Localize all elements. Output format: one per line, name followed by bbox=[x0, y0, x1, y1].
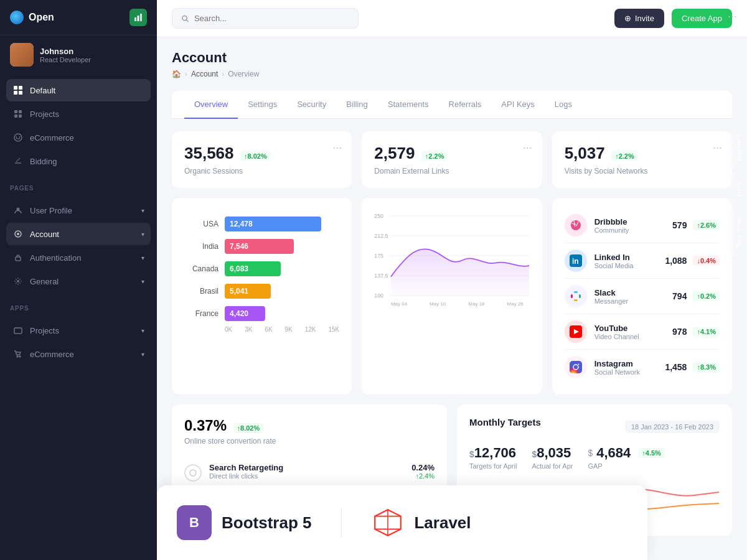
svg-rect-37 bbox=[574, 299, 578, 301]
svg-text:212.5: 212.5 bbox=[375, 233, 388, 239]
svg-point-14 bbox=[17, 356, 18, 357]
svg-rect-0 bbox=[134, 17, 136, 21]
bar-chart: USA 12,478 India 7,546 Canada bbox=[184, 217, 339, 321]
linkedin-icon: in bbox=[565, 250, 587, 272]
svg-text:100: 100 bbox=[375, 292, 384, 299]
svg-text:May 18: May 18 bbox=[469, 301, 486, 307]
svg-rect-5 bbox=[14, 114, 17, 118]
nav-item-default[interactable]: Default bbox=[6, 79, 151, 101]
stat-more-social[interactable]: ··· bbox=[713, 141, 722, 154]
tab-overview[interactable]: Overview bbox=[184, 91, 238, 119]
sidebar-item-projects-app[interactable]: Projects ▾ bbox=[6, 319, 151, 342]
svg-rect-34 bbox=[571, 294, 573, 298]
bar-row-india: India 7,546 bbox=[184, 239, 339, 254]
pages-label: PAGES bbox=[0, 179, 157, 194]
logo-icon bbox=[10, 11, 24, 24]
svg-text:in: in bbox=[572, 257, 579, 266]
bidding-icon bbox=[12, 156, 24, 167]
stat-card-links: ··· 2,579 ↑2.2% Domain External Links bbox=[362, 131, 542, 188]
nav-item-bidding[interactable]: Bidding bbox=[6, 150, 151, 172]
stat-more[interactable]: ··· bbox=[332, 141, 342, 154]
stat-card-sessions: ··· 35,568 ↑8.02% Organic Sessions bbox=[172, 131, 352, 188]
topbar-right: ⊕ Invite Create App bbox=[614, 9, 732, 28]
search-input[interactable] bbox=[194, 14, 349, 23]
ecommerce-app-icon bbox=[12, 348, 24, 360]
social-row-instagram: Instagram Social Network 1,458 ↑8.3% bbox=[565, 350, 720, 385]
stat-label-sessions: Organic Sessions bbox=[184, 167, 339, 175]
svg-rect-40 bbox=[570, 361, 582, 373]
tab-statements[interactable]: Statements bbox=[378, 91, 439, 119]
youtube-icon bbox=[565, 320, 587, 343]
svg-text:May 04: May 04 bbox=[391, 301, 408, 307]
search-box[interactable] bbox=[172, 8, 359, 29]
topbar: ⊕ Invite Create App bbox=[157, 0, 747, 37]
tab-settings[interactable]: Settings bbox=[238, 91, 287, 119]
svg-rect-35 bbox=[574, 291, 578, 293]
tab-logs[interactable]: Logs bbox=[545, 91, 582, 119]
stat-more-links[interactable]: ··· bbox=[523, 141, 532, 154]
svg-text:May 26: May 26 bbox=[507, 301, 524, 307]
svg-rect-1 bbox=[138, 16, 139, 21]
chevron-down-icon: ▾ bbox=[141, 254, 144, 261]
projects-icon bbox=[12, 108, 24, 119]
tabs-container: Overview Settings Security Billing State… bbox=[172, 91, 732, 119]
svg-rect-3 bbox=[14, 110, 17, 113]
stat-card-social: ··· 5,037 ↑2.2% Visits by Social Network… bbox=[552, 131, 732, 188]
stat-badge-sessions: ↑8.02% bbox=[240, 151, 271, 161]
plus-icon: ⊕ bbox=[624, 14, 631, 23]
svg-rect-2 bbox=[140, 14, 142, 21]
breadcrumb-account[interactable]: Account bbox=[191, 70, 218, 78]
user-role: React Developer bbox=[40, 56, 91, 63]
bootstrap-item: B Bootstrap 5 bbox=[177, 505, 311, 540]
sidebar-item-account[interactable]: Account ▾ bbox=[6, 223, 151, 245]
stat-badge-social: ↑2.2% bbox=[611, 151, 638, 161]
sidebar-item-ecommerce-app[interactable]: eCommerce ▾ bbox=[6, 343, 151, 365]
bar-row-brasil: Brasil 5,041 bbox=[184, 284, 339, 299]
charts-row: USA 12,478 India 7,546 Canada bbox=[172, 198, 732, 394]
svg-point-12 bbox=[17, 280, 19, 282]
svg-point-43 bbox=[190, 470, 196, 476]
svg-point-42 bbox=[578, 364, 579, 365]
sidebar-item-general[interactable]: General ▾ bbox=[6, 270, 151, 292]
laravel-icon bbox=[372, 506, 404, 539]
social-card: Dribbble Community 579 ↑2.6% in Linked I… bbox=[552, 198, 732, 394]
chart-icon[interactable] bbox=[129, 9, 147, 26]
social-row-linkedin: in Linked In Social Media 1,088 ↓0.4% bbox=[565, 243, 720, 279]
sidebar-item-user-profile[interactable]: User Profile ▾ bbox=[6, 199, 151, 222]
breadcrumb: 🏠 › Account › Overview bbox=[172, 70, 732, 78]
svg-point-7 bbox=[14, 134, 22, 141]
tab-referrals[interactable]: Referrals bbox=[439, 91, 492, 119]
home-icon[interactable]: 🏠 bbox=[172, 70, 181, 78]
page-content: Account 🏠 › Account › Overview Overview … bbox=[157, 37, 747, 560]
nav-item-ecommerce[interactable]: eCommerce bbox=[6, 126, 151, 149]
explore-tab[interactable]: Explore bbox=[730, 124, 747, 169]
account-icon bbox=[12, 228, 24, 240]
create-app-button[interactable]: Create App bbox=[672, 9, 732, 28]
nav-section: Default Projects eCommerce Bidding bbox=[0, 74, 157, 179]
tab-billing[interactable]: Billing bbox=[336, 91, 378, 119]
monthly-values: $12,706 Targets for April $8,035 Actual … bbox=[469, 445, 720, 470]
help-tab[interactable]: Help bbox=[730, 172, 747, 206]
social-row-youtube: YouTube Video Channel 978 ↑4.1% bbox=[565, 314, 720, 350]
svg-rect-4 bbox=[19, 110, 22, 113]
invite-button[interactable]: ⊕ Invite bbox=[614, 9, 664, 28]
date-range[interactable]: 18 Jan 2023 - 16 Feb 2023 bbox=[625, 421, 720, 433]
line-chart-card: 250 212.5 175 137.5 100 bbox=[362, 198, 542, 394]
bar-row-usa: USA 12,478 bbox=[184, 217, 339, 231]
svg-text:May 10: May 10 bbox=[430, 301, 446, 307]
buy-now-tab[interactable]: Buy now bbox=[730, 208, 747, 256]
bar-brasil: 5,041 bbox=[225, 284, 271, 299]
retargeting-row-1: Search Retargeting Direct link clicks 0.… bbox=[184, 455, 435, 490]
tab-security[interactable]: Security bbox=[287, 91, 336, 119]
sidebar-item-authentication[interactable]: Authentication ▾ bbox=[6, 246, 151, 269]
tab-api-keys[interactable]: API Keys bbox=[491, 91, 544, 119]
laravel-item: Laravel bbox=[372, 506, 471, 539]
nav-item-projects[interactable]: Projects bbox=[6, 103, 151, 125]
page-title: Account bbox=[172, 50, 732, 66]
svg-point-31 bbox=[571, 220, 581, 230]
bar-axis: 0K 3K 6K 9K 12K 15K bbox=[184, 326, 339, 333]
user-profile-icon bbox=[12, 205, 24, 216]
logo: Open bbox=[10, 11, 54, 24]
social-row-dribbble: Dribbble Community 579 ↑2.6% bbox=[565, 208, 720, 243]
retarget-icon-1 bbox=[184, 464, 202, 482]
